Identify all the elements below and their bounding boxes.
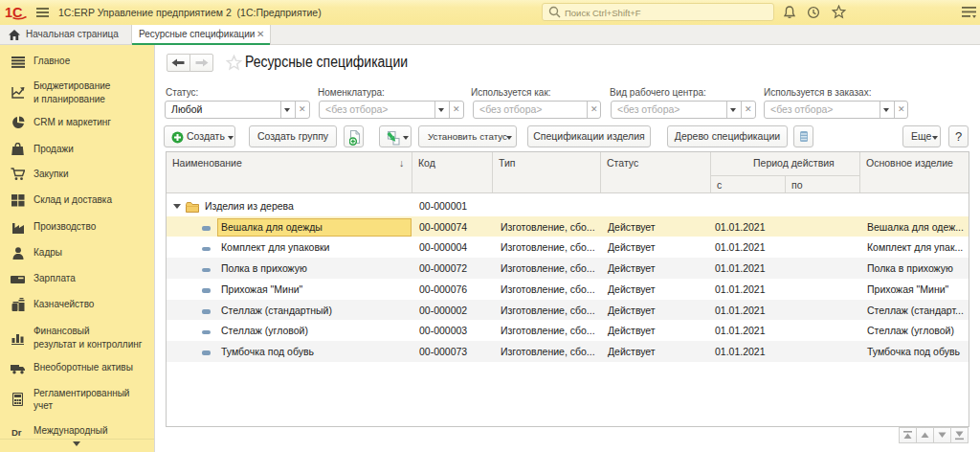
svg-text:Dr: Dr <box>11 427 22 438</box>
